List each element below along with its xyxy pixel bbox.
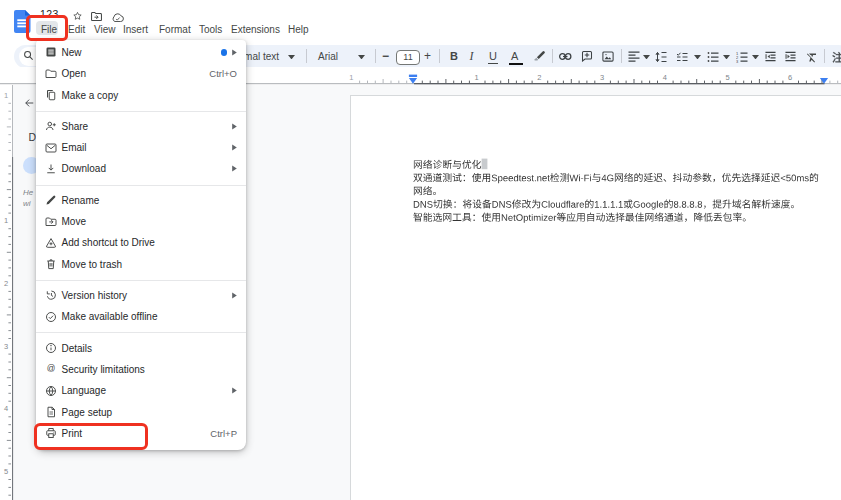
- svg-text:@: @: [46, 364, 55, 374]
- svg-text:2: 2: [537, 73, 541, 82]
- svg-text:4: 4: [663, 73, 667, 82]
- svg-text:6: 6: [788, 73, 792, 82]
- svg-text:3: 3: [4, 342, 8, 351]
- svg-text:5: 5: [725, 73, 729, 82]
- svg-text:5: 5: [4, 467, 8, 476]
- svg-text:1: 1: [4, 91, 8, 100]
- svg-text:1: 1: [475, 73, 479, 82]
- svg-text:1: 1: [4, 216, 8, 225]
- svg-text:4: 4: [4, 404, 8, 413]
- svg-text:1: 1: [349, 73, 353, 82]
- svg-text:3: 3: [736, 59, 739, 63]
- svg-text:2: 2: [4, 279, 8, 288]
- svg-text:3: 3: [600, 73, 604, 82]
